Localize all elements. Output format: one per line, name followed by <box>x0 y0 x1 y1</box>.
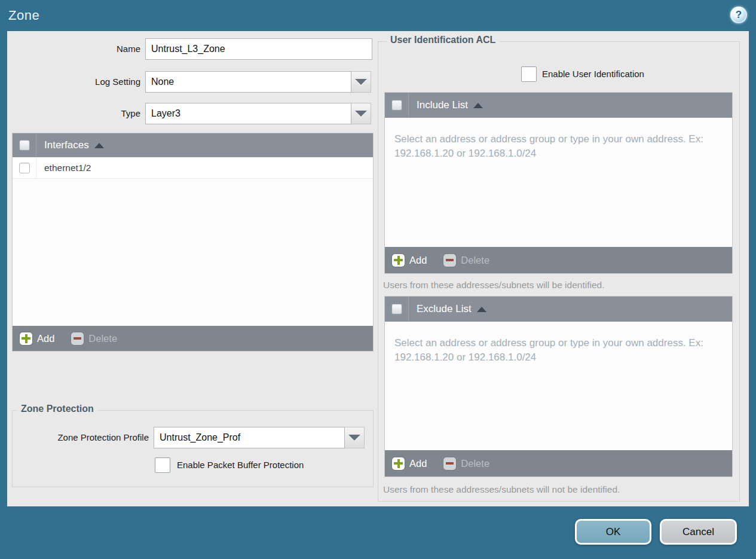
exclude-list-table: Exclude List Select an address or addres… <box>384 296 733 477</box>
zone-dialog: Zone ? Name Log Setting None Type Layer3 <box>0 0 756 559</box>
delete-include-address-button[interactable]: Delete <box>443 254 489 267</box>
include-header-checkbox-cell <box>385 93 409 118</box>
exclude-list-body[interactable]: Select an address or address group or ty… <box>385 322 732 450</box>
delete-exclude-address-button[interactable]: Delete <box>443 457 489 470</box>
delete-button-label: Delete <box>461 458 489 469</box>
select-all-exclude-checkbox[interactable] <box>391 304 402 314</box>
cancel-button[interactable]: Cancel <box>660 519 737 545</box>
zone-protection-profile-dropdown-button[interactable] <box>345 427 365 448</box>
delete-icon <box>71 332 84 345</box>
interfaces-column-header[interactable]: Interfaces <box>44 139 89 151</box>
delete-interface-button[interactable]: Delete <box>71 332 117 345</box>
exclude-list-header[interactable]: Exclude List <box>385 297 732 322</box>
add-icon <box>392 254 405 267</box>
interfaces-header-checkbox-cell <box>13 133 36 157</box>
chevron-down-icon <box>355 79 367 85</box>
include-list-body[interactable]: Select an address or address group or ty… <box>385 118 732 247</box>
add-icon <box>20 332 32 345</box>
help-icon[interactable]: ? <box>730 7 747 23</box>
include-list-note: Users from these addresses/subnets will … <box>383 280 730 291</box>
dialog-content: Name Log Setting None Type Layer3 Interf… <box>7 31 749 506</box>
type-value: Layer3 <box>145 103 351 124</box>
ok-button[interactable]: OK <box>575 519 651 545</box>
delete-icon <box>443 457 456 470</box>
log-setting-select[interactable]: None <box>145 71 371 93</box>
add-interface-button[interactable]: Add <box>20 332 54 345</box>
add-icon <box>392 457 405 470</box>
interface-row-checkbox[interactable] <box>19 163 30 173</box>
zone-protection-profile-label: Zone Protection Profile <box>17 427 149 448</box>
chevron-down-icon <box>348 435 360 441</box>
interfaces-table-header[interactable]: Interfaces <box>13 133 373 157</box>
enable-user-identification-label: Enable User Identification <box>542 66 721 82</box>
add-include-address-button[interactable]: Add <box>392 254 427 267</box>
dialog-title: Zone <box>8 0 39 31</box>
sort-ascending-icon <box>94 143 104 148</box>
enable-packet-buffer-protection-label: Enable Packet Buffer Protection <box>177 457 368 473</box>
include-list-footer: Add Delete <box>385 247 732 273</box>
log-setting-dropdown-button[interactable] <box>351 71 371 93</box>
name-input[interactable] <box>145 38 372 60</box>
enable-user-identification-checkbox[interactable] <box>521 66 537 82</box>
zone-protection-section: Zone Protection Zone Protection Profile … <box>12 410 374 487</box>
log-setting-value: None <box>145 71 351 93</box>
include-list-table: Include List Select an address or addres… <box>384 92 733 274</box>
select-all-interfaces-checkbox[interactable] <box>19 140 30 151</box>
user-identification-acl-section: User Identification ACL Enable User Iden… <box>378 41 740 502</box>
type-select[interactable]: Layer3 <box>145 103 371 124</box>
include-list-placeholder: Select an address or address group or ty… <box>394 132 730 161</box>
enable-packet-buffer-protection-checkbox[interactable] <box>155 457 170 473</box>
zone-protection-profile-value: Untrust_Zone_Prof <box>154 427 345 448</box>
exclude-list-column-header[interactable]: Exclude List <box>417 303 472 315</box>
type-dropdown-button[interactable] <box>351 103 371 124</box>
sort-ascending-icon <box>473 103 483 108</box>
exclude-list-footer: Add Delete <box>385 450 732 476</box>
add-button-label: Add <box>409 255 427 266</box>
delete-icon <box>443 254 456 267</box>
table-row[interactable]: ethernet1/2 <box>13 157 373 179</box>
name-label: Name <box>7 38 140 60</box>
type-label: Type <box>7 103 140 124</box>
include-list-column-header[interactable]: Include List <box>417 99 468 111</box>
zone-protection-legend: Zone Protection <box>17 404 97 414</box>
zone-protection-profile-select[interactable]: Untrust_Zone_Prof <box>154 427 365 448</box>
add-button-label: Add <box>37 333 54 344</box>
interface-name: ethernet1/2 <box>44 163 91 173</box>
include-list-header[interactable]: Include List <box>385 93 732 118</box>
chevron-down-icon <box>355 111 367 117</box>
delete-button-label: Delete <box>88 333 117 344</box>
exclude-list-placeholder: Select an address or address group or ty… <box>394 336 730 365</box>
interfaces-table-body: ethernet1/2 <box>13 157 373 326</box>
exclude-list-note: Users from these addresses/subnets will … <box>383 484 730 495</box>
select-all-include-checkbox[interactable] <box>391 100 402 111</box>
delete-button-label: Delete <box>461 255 489 266</box>
exclude-header-checkbox-cell <box>385 297 409 322</box>
dialog-titlebar: Zone ? <box>0 0 756 31</box>
add-exclude-address-button[interactable]: Add <box>392 457 427 470</box>
log-setting-label: Log Setting <box>7 71 140 93</box>
row-checkbox-cell <box>13 157 36 178</box>
interfaces-table: Interfaces ethernet1/2 Add Dele <box>12 133 374 352</box>
user-identification-acl-legend: User Identification ACL <box>387 35 499 45</box>
add-button-label: Add <box>409 458 427 469</box>
sort-ascending-icon <box>477 307 486 312</box>
interfaces-table-footer: Add Delete <box>13 326 373 351</box>
